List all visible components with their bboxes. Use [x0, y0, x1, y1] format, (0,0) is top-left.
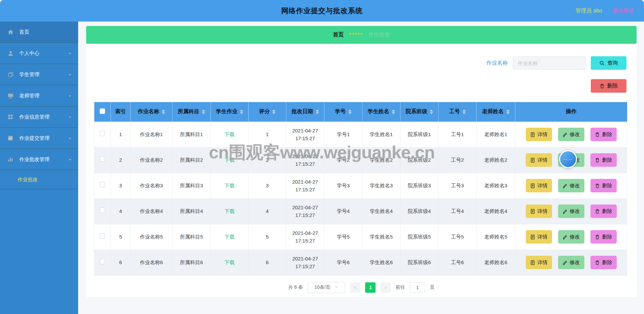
cell-teacher_no: 工号6 — [439, 250, 477, 275]
download-link[interactable]: 下载 — [225, 208, 235, 214]
column-header-6[interactable]: 学号 — [324, 102, 362, 122]
logout-link[interactable]: 退出登录 — [612, 7, 634, 14]
current-user: 管理员 abo — [576, 7, 602, 14]
sidebar-item-3[interactable]: 老师管理 — [0, 85, 78, 106]
row-delete-button[interactable]: 删除 — [590, 205, 617, 218]
column-header-4[interactable]: 评分 — [249, 102, 286, 122]
cell-subject: 所属科目1 — [172, 122, 211, 147]
sidebar: 首页个人中心学生管理老师管理作业信息管理作业提交管理作业批改管理作业批改 — [0, 22, 78, 314]
row-checkbox[interactable] — [100, 182, 105, 187]
sort-caret-icon[interactable] — [348, 109, 352, 114]
user-icon — [7, 50, 15, 57]
sidebar-item-6[interactable]: 作业批改管理 — [0, 149, 78, 170]
column-header-10[interactable]: 老师姓名 — [477, 102, 515, 122]
sort-caret-icon[interactable] — [272, 109, 276, 114]
sidebar-item-5[interactable]: 作业提交管理 — [0, 128, 78, 149]
select-all-checkbox[interactable] — [100, 108, 105, 114]
row-checkbox[interactable] — [100, 131, 105, 136]
cell-student_work: 下载 — [211, 122, 249, 147]
row-delete-button[interactable]: 删除 — [590, 128, 617, 141]
sidebar-subitem-label: 作业批改 — [18, 177, 38, 183]
next-page-button[interactable]: › — [380, 282, 391, 293]
row-detail-button[interactable]: 详情 — [526, 128, 552, 141]
row-delete-button[interactable]: 删除 — [590, 230, 617, 244]
row-edit-button[interactable]: 修改 — [558, 205, 584, 218]
cell-subject: 所属科目5 — [172, 224, 211, 250]
breadcrumb-separator: ***** — [349, 32, 363, 38]
cell-review_date: 2021-04-27 17:15:27 — [286, 147, 324, 173]
download-link[interactable]: 下载 — [225, 259, 235, 265]
sort-caret-icon[interactable] — [430, 109, 433, 114]
row-detail-button[interactable]: 详情 — [526, 153, 552, 167]
sort-caret-icon[interactable] — [162, 109, 165, 114]
column-header-5[interactable]: 批改日期 — [286, 102, 324, 122]
row-detail-button[interactable]: 详情 — [526, 256, 552, 269]
sort-caret-icon[interactable] — [462, 109, 466, 114]
row-delete-button[interactable]: 删除 — [590, 153, 617, 167]
sidebar-item-label: 学生管理 — [19, 71, 39, 78]
sidebar-item-2[interactable]: 学生管理 — [0, 64, 78, 85]
search-toolbar: 作业名称 查询 — [86, 56, 637, 70]
row-detail-button[interactable]: 详情 — [526, 205, 552, 218]
cell-index: 4 — [111, 198, 131, 224]
goto-page-input[interactable] — [410, 282, 425, 293]
cell-dept_class: 院系班级4 — [400, 198, 439, 224]
row-checkbox[interactable] — [100, 233, 105, 239]
sort-caret-icon[interactable] — [240, 109, 243, 114]
download-link[interactable]: 下载 — [225, 234, 235, 240]
column-header-7[interactable]: 学生姓名 — [362, 102, 400, 122]
column-header-2[interactable]: 所属科目 — [172, 102, 211, 122]
search-input[interactable] — [513, 56, 586, 70]
page-unit-label: 页 — [430, 284, 434, 290]
row-detail-button[interactable]: 详情 — [526, 230, 552, 244]
row-delete-button[interactable]: 删除 — [590, 256, 617, 269]
sidebar-item-1[interactable]: 个人中心 — [0, 43, 78, 64]
document-icon — [530, 234, 535, 240]
download-link[interactable]: 下载 — [225, 157, 235, 163]
row-checkbox[interactable] — [100, 208, 105, 213]
row-actions-cell: 详情修改删除 — [515, 173, 627, 198]
page-size-value: 10条/页 — [315, 284, 330, 290]
app-header: 网络作业提交与批改系统 管理员 abo 退出登录 — [0, 0, 644, 22]
cell-student_work: 下载 — [211, 173, 249, 198]
trash-icon — [595, 260, 600, 265]
table-row: 3作业名称3所属科目3下载32021-04-27 17:15:27学号3学生姓名… — [94, 173, 627, 198]
chevron-down-icon — [68, 51, 72, 56]
sort-caret-icon[interactable] — [202, 109, 205, 114]
download-link[interactable]: 下载 — [225, 183, 235, 188]
sidebar-item-4[interactable]: 作业信息管理 — [0, 106, 78, 128]
cell-index: 5 — [111, 224, 131, 250]
column-header-1[interactable]: 作业名称 — [131, 102, 172, 122]
row-edit-button[interactable]: 修改 — [558, 230, 584, 244]
sidebar-subitem-active[interactable]: 作业批改 — [0, 170, 78, 189]
total-count: 共 6 条 — [288, 284, 303, 290]
cell-dept_class: 院系班级1 — [400, 122, 439, 147]
page-number-1[interactable]: 1 — [365, 282, 376, 293]
sort-caret-icon[interactable] — [316, 109, 319, 114]
row-checkbox[interactable] — [100, 259, 105, 264]
row-edit-button[interactable]: 修改 — [558, 179, 584, 192]
sort-caret-icon[interactable] — [506, 109, 510, 114]
download-link[interactable]: 下载 — [225, 131, 235, 137]
document-icon — [530, 183, 535, 188]
breadcrumb-home[interactable]: 首页 — [333, 31, 344, 38]
prev-page-button[interactable]: ‹ — [350, 282, 360, 293]
data-table: 索引作业名称所属科目学生作业评分批改日期学号学生姓名院系班级工号老师姓名操作 1… — [94, 102, 627, 276]
row-delete-button[interactable]: 删除 — [590, 179, 617, 192]
batch-delete-button[interactable]: 删除 — [591, 79, 626, 93]
row-checkbox[interactable] — [100, 156, 105, 162]
row-detail-button[interactable]: 详情 — [526, 179, 552, 192]
row-edit-button[interactable]: 修改 — [558, 128, 584, 141]
search-button[interactable]: 查询 — [591, 56, 626, 70]
sidebar-item-label: 作业提交管理 — [19, 135, 50, 142]
sidebar-item-0[interactable]: 首页 — [0, 22, 78, 43]
sort-caret-icon[interactable] — [392, 109, 395, 114]
row-edit-button[interactable]: 修改 — [558, 256, 584, 269]
cell-review_date: 2021-04-27 17:15:27 — [286, 250, 324, 275]
column-header-8[interactable]: 院系班级 — [400, 102, 439, 122]
bar-chart-icon — [7, 156, 15, 162]
cell-student_name: 学生姓名4 — [362, 198, 400, 224]
column-header-9[interactable]: 工号 — [439, 102, 477, 122]
column-header-3[interactable]: 学生作业 — [211, 102, 249, 122]
page-size-select[interactable]: 10条/页 — [308, 282, 345, 293]
